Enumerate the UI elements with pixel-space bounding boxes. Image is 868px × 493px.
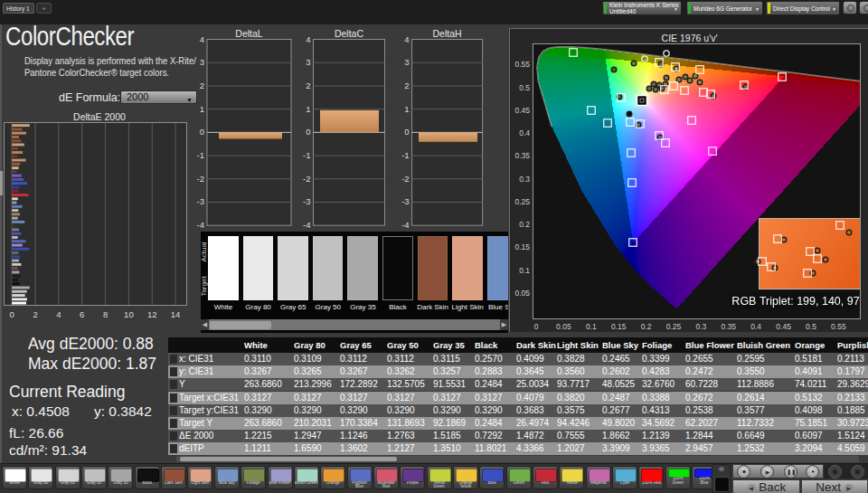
svg-text:-1: -1 <box>401 150 409 160</box>
svg-text:4: 4 <box>56 309 61 319</box>
svg-text:-3: -3 <box>401 196 409 206</box>
svg-text:-4: -4 <box>303 220 310 230</box>
svg-text:-2: -2 <box>197 174 204 184</box>
svg-text:0: 0 <box>200 127 204 137</box>
svg-text:14: 14 <box>171 309 181 319</box>
svg-text:4: 4 <box>200 34 204 44</box>
svg-text:-3: -3 <box>197 196 204 206</box>
svg-text:2: 2 <box>306 81 310 90</box>
svg-text:1: 1 <box>200 104 204 114</box>
svg-text:12: 12 <box>147 309 157 319</box>
svg-text:3: 3 <box>306 57 310 67</box>
svg-text:1: 1 <box>306 104 310 114</box>
svg-text:0: 0 <box>10 309 14 319</box>
svg-text:-1: -1 <box>197 150 204 160</box>
svg-text:2: 2 <box>200 81 204 90</box>
svg-text:3: 3 <box>404 57 409 67</box>
svg-text:-4: -4 <box>197 220 204 230</box>
svg-text:2: 2 <box>404 81 409 90</box>
svg-text:-3: -3 <box>303 196 310 206</box>
svg-text:10: 10 <box>124 309 134 319</box>
svg-text:0: 0 <box>306 127 310 137</box>
svg-text:-4: -4 <box>401 220 409 230</box>
svg-text:DeltaL: DeltaL <box>235 28 263 39</box>
svg-text:DeltaC: DeltaC <box>335 28 364 39</box>
svg-text:DeltaH: DeltaH <box>433 28 462 39</box>
svg-text:6: 6 <box>80 309 84 319</box>
svg-text:3: 3 <box>200 57 204 67</box>
svg-text:-2: -2 <box>401 174 409 184</box>
svg-text:-2: -2 <box>303 174 310 184</box>
svg-text:4: 4 <box>404 34 409 44</box>
svg-text:2: 2 <box>33 309 37 319</box>
svg-text:1: 1 <box>404 104 409 114</box>
svg-text:-1: -1 <box>303 150 310 160</box>
svg-text:4: 4 <box>306 34 310 44</box>
svg-text:0: 0 <box>404 127 409 137</box>
svg-text:8: 8 <box>103 309 108 319</box>
